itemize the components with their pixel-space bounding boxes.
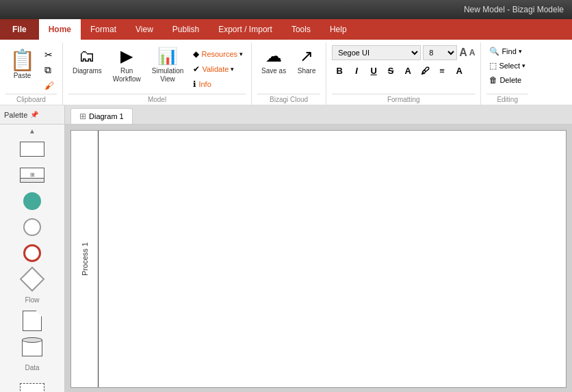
delete-button[interactable]: 🗑 Delete xyxy=(486,74,524,86)
palette-sidebar: ▲ ⊞ xyxy=(0,125,65,392)
palette-item-file[interactable] xyxy=(0,308,64,334)
palette-item-intermediate-event[interactable] xyxy=(0,214,64,240)
underline-button[interactable]: U xyxy=(366,63,381,78)
scroll-up-indicator: ▲ xyxy=(0,125,64,136)
swim-lane-text: Process 1 xyxy=(81,242,89,276)
cut-button[interactable]: ✂ xyxy=(42,48,57,62)
italic-button[interactable]: I xyxy=(349,63,364,78)
intermediate-event-shape xyxy=(18,218,46,236)
ribbon-group-formatting: Segoe UI 8 A A B I U S A 🖊 ≡ A Formattin… xyxy=(326,42,481,105)
flow-label: Flow xyxy=(0,295,64,305)
intermediate-event-icon xyxy=(23,218,41,236)
swim-lane-content[interactable] xyxy=(99,131,566,387)
diagrams-button[interactable]: 🗂 Diagrams xyxy=(68,45,106,77)
end-event-icon xyxy=(23,244,41,262)
start-event-shape xyxy=(18,192,46,210)
copy-button[interactable]: ⧉ xyxy=(42,63,57,77)
title-text: New Model - Bizagi Modele xyxy=(464,5,564,14)
paste-button[interactable]: 📋 Paste xyxy=(5,45,39,81)
database-icon xyxy=(22,337,42,356)
format-painter-button[interactable]: 🖌 xyxy=(42,79,57,92)
menu-item-home[interactable]: Home xyxy=(39,19,81,40)
menu-item-help[interactable]: Help xyxy=(320,19,356,40)
ribbon-group-bizagi-cloud: ☁ Save as ↗ Share Bizagi Cloud xyxy=(252,42,326,105)
extra-shape xyxy=(18,380,46,392)
run-workflow-button[interactable]: ▶ RunWorkflow xyxy=(109,45,145,85)
palette-item-rect-sub[interactable]: ⊞ xyxy=(0,162,64,188)
menu-item-format[interactable]: Format xyxy=(81,19,126,40)
title-bar: New Model - Bizagi Modele xyxy=(0,0,572,19)
formatting-content: Segoe UI 8 A A B I U S A 🖊 ≡ A xyxy=(332,45,475,92)
select-button[interactable]: ⬚ Select ▾ xyxy=(486,60,528,72)
palette-item-rect[interactable] xyxy=(0,136,64,162)
palette-item-gateway[interactable] xyxy=(0,266,64,292)
font-size-decrease[interactable]: A xyxy=(469,48,476,57)
cloud-content: ☁ Save as ↗ Share xyxy=(257,45,320,92)
palette-item-start-event[interactable] xyxy=(0,188,64,214)
palette-item-database[interactable] xyxy=(0,334,64,360)
clipboard-label: Clipboard xyxy=(5,94,57,103)
palette-pin-icon: 📌 xyxy=(30,111,38,118)
menu-bar: File Home Format View Publish Export / I… xyxy=(0,19,572,40)
editing-content: 🔍 Find ▾ ⬚ Select ▾ 🗑 Delete xyxy=(486,45,528,92)
content-area: ▲ ⊞ xyxy=(0,125,572,392)
rect-icon xyxy=(20,142,44,157)
editing-label: Editing xyxy=(486,94,528,103)
info-button[interactable]: ℹ Info xyxy=(190,78,246,90)
rect-sub-icon: ⊞ xyxy=(20,168,44,183)
clipboard-content: 📋 Paste ✂ ⧉ 🖌 xyxy=(5,45,57,92)
rect-shape xyxy=(18,140,46,158)
menu-item-file[interactable]: File xyxy=(0,19,39,40)
diagram-canvas[interactable]: Process 1 xyxy=(65,125,572,392)
ribbon: 📋 Paste ✂ ⧉ 🖌 Clipboard 🗂 xyxy=(0,40,572,105)
align-button[interactable]: ≡ xyxy=(434,63,450,78)
data-label: Data xyxy=(0,363,64,373)
menu-item-export-import[interactable]: Export / Import xyxy=(209,19,282,40)
diagram1-tab[interactable]: ⊞ Diagram 1 xyxy=(70,108,133,124)
font-row-1: Segoe UI 8 A A xyxy=(332,45,475,60)
file-icon xyxy=(23,311,42,331)
gateway-shape xyxy=(18,270,46,288)
rect-sub-shape: ⊞ xyxy=(18,166,46,184)
diagram1-tab-label: Diagram 1 xyxy=(89,112,124,120)
font-size-increase[interactable]: A xyxy=(459,47,467,59)
bold-button[interactable]: B xyxy=(332,63,347,78)
highlight-button[interactable]: 🖊 xyxy=(417,63,432,78)
database-shape xyxy=(18,338,46,356)
cloud-label: Bizagi Cloud xyxy=(257,94,320,103)
formatting-label: Formatting xyxy=(332,94,475,103)
menu-item-view[interactable]: View xyxy=(126,19,163,40)
palette-tab[interactable]: Palette 📌 xyxy=(0,105,65,124)
model-content: 🗂 Diagrams ▶ RunWorkflow 📊 SimulationVie… xyxy=(68,45,246,92)
font-color-button[interactable]: A xyxy=(400,63,415,78)
diagram-grid-icon: ⊞ xyxy=(79,112,86,121)
gateway-icon xyxy=(20,267,45,292)
ribbon-group-clipboard: 📋 Paste ✂ ⧉ 🖌 Clipboard xyxy=(0,42,63,105)
model-label: Model xyxy=(68,94,246,103)
tab-bar: ⊞ Diagram 1 xyxy=(65,108,133,124)
ribbon-group-model: 🗂 Diagrams ▶ RunWorkflow 📊 SimulationVie… xyxy=(63,42,252,105)
font-size-select[interactable]: 8 xyxy=(423,45,457,60)
ribbon-group-editing: 🔍 Find ▾ ⬚ Select ▾ 🗑 Delete Editing xyxy=(481,42,534,105)
start-event-icon xyxy=(23,192,41,210)
simulation-view-button[interactable]: 📊 SimulationView xyxy=(148,45,188,85)
font-name-select[interactable]: Segoe UI xyxy=(332,45,421,60)
font-row-2: B I U S A 🖊 ≡ A xyxy=(332,63,467,78)
menu-item-publish[interactable]: Publish xyxy=(163,19,209,40)
tab-bar-container: Palette 📌 ⊞ Diagram 1 xyxy=(0,105,572,125)
text-effect-button[interactable]: A xyxy=(452,63,467,78)
diagram-inner: Process 1 xyxy=(70,130,567,388)
strikethrough-button[interactable]: S xyxy=(383,63,398,78)
palette-label: Palette xyxy=(4,111,27,119)
share-button[interactable]: ↗ Share xyxy=(293,45,320,77)
end-event-shape xyxy=(18,244,46,262)
menu-item-tools[interactable]: Tools xyxy=(282,19,320,40)
validate-button[interactable]: ✔ Validate ▾ xyxy=(190,63,246,75)
swim-lane-label: Process 1 xyxy=(71,131,99,387)
find-button[interactable]: 🔍 Find ▾ xyxy=(486,45,524,57)
save-as-button[interactable]: ☁ Save as xyxy=(257,45,290,77)
file-shape xyxy=(18,312,46,330)
resources-button[interactable]: ◆ Resources ▾ xyxy=(190,48,246,60)
palette-item-extra[interactable] xyxy=(0,376,64,392)
palette-item-end-event[interactable] xyxy=(0,240,64,266)
